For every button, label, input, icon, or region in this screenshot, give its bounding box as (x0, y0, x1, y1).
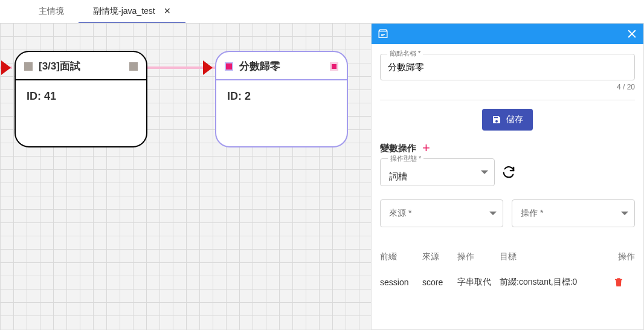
operation-type-value: 詞槽 (389, 171, 407, 183)
close-icon[interactable] (626, 28, 637, 39)
tab-main-label: 主情境 (39, 6, 64, 16)
tabs-bar: 主情境 副情境-java_test ✕ (0, 0, 644, 23)
port-left-icon[interactable] (24, 62, 33, 71)
node-interview[interactable]: [3/3]面試 ID: 41 (14, 51, 147, 147)
tab-sub-label: 副情境-java_test (93, 6, 155, 16)
node-body: ID: 2 (216, 80, 347, 112)
save-button[interactable]: 儲存 (482, 109, 533, 131)
node-header: [3/3]面試 (16, 52, 146, 79)
th-prefix: 前綴 (380, 251, 422, 262)
tab-main[interactable]: 主情境 (24, 1, 79, 22)
node-id: ID: 41 (27, 90, 56, 102)
arrow-head-icon (203, 60, 213, 75)
source-select[interactable]: 來源 * (380, 199, 503, 227)
save-button-label: 儲存 (506, 114, 523, 125)
th-op: 操作 (457, 251, 500, 262)
node-name-field: 節點名稱 * (380, 54, 635, 80)
variable-section-title: 變數操作 (380, 143, 416, 154)
node-header: 分數歸零 (216, 52, 347, 79)
chevron-down-icon (481, 170, 488, 174)
cell-source: score (422, 277, 457, 287)
cell-target: 前綴:constant,目標:0 (500, 277, 613, 288)
chevron-down-icon (489, 212, 497, 215)
close-icon[interactable]: ✕ (164, 6, 171, 16)
variable-table: 前綴 來源 操作 目標 操作 session score 字串取代 前綴:con… (380, 248, 635, 299)
node-box-icon[interactable] (378, 28, 388, 39)
char-counter: 4 / 20 (380, 83, 635, 91)
divider (380, 100, 635, 100)
port-right-icon[interactable] (330, 62, 338, 71)
source-label: 來源 * (389, 208, 411, 219)
th-act: 操作 (613, 251, 635, 262)
operation-label: 操作 * (521, 208, 543, 219)
save-disk-icon (492, 115, 501, 125)
operation-select[interactable]: 操作 * (512, 199, 635, 227)
table-header: 前綴 來源 操作 目標 操作 (380, 248, 635, 266)
node-title: 分數歸零 (239, 59, 280, 73)
node-id: ID: 2 (227, 90, 251, 102)
trash-icon[interactable] (613, 277, 635, 288)
chevron-down-icon (621, 212, 628, 215)
cell-op: 字串取代 (457, 277, 500, 288)
table-row: session score 字串取代 前綴:constant,目標:0 (380, 266, 635, 299)
tab-sub[interactable]: 副情境-java_test ✕ (79, 1, 185, 22)
cell-prefix: session (380, 277, 422, 287)
node-reset-score[interactable]: 分數歸零 ID: 2 (215, 51, 348, 147)
th-source: 來源 (422, 251, 457, 262)
port-right-icon[interactable] (129, 62, 138, 71)
node-title: [3/3]面試 (39, 59, 80, 73)
node-body: ID: 41 (16, 80, 146, 112)
th-target: 目標 (500, 251, 613, 262)
port-left-icon[interactable] (225, 62, 233, 71)
add-variable-button[interactable]: + (422, 141, 430, 155)
panel-header (372, 24, 643, 44)
node-name-label: 節點名稱 * (387, 49, 423, 58)
canvas[interactable]: [3/3]面試 ID: 41 分數歸零 ID: 2 (0, 23, 371, 330)
operation-type-label: 操作型態 * (388, 154, 423, 163)
operation-type-select[interactable]: 操作型態 * 詞槽 (380, 158, 495, 186)
refresh-icon[interactable] (502, 166, 515, 179)
arrow-head-icon (1, 60, 11, 75)
variable-section-header: 變數操作 + (380, 141, 635, 155)
side-panel: 節點名稱 * 4 / 20 儲存 變數操作 + 操作型態 * 詞槽 (371, 23, 644, 330)
